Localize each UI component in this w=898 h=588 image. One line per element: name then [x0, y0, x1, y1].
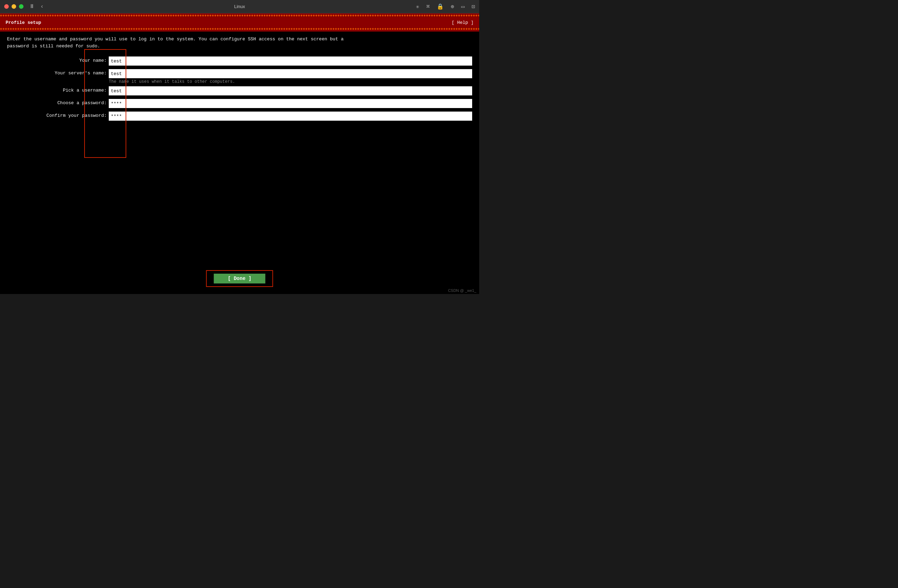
wifi-icon[interactable]: ⌘ [426, 3, 430, 10]
label-name: Your name: [7, 57, 109, 63]
titlebar-controls: ⏸ ‹ [29, 3, 44, 10]
input-username[interactable] [109, 86, 472, 95]
form-row-username: Pick a username: [7, 86, 472, 97]
minimize-button[interactable] [12, 4, 16, 9]
terminal: ◆◆◆◆◆◆◆◆◆◆◆◆◆◆◆◆◆◆◆◆◆◆◆◆◆◆◆◆◆◆◆◆◆◆◆◆◆◆◆◆… [0, 13, 479, 294]
profile-form: Your name: Your server's name: The name … [7, 57, 472, 124]
diamond-pattern-bottom: ◆◆◆◆◆◆◆◆◆◆◆◆◆◆◆◆◆◆◆◆◆◆◆◆◆◆◆◆◆◆◆◆◆◆◆◆◆◆◆◆… [0, 27, 479, 32]
watermark: CSDN @ _we1_ [448, 288, 477, 292]
input-password[interactable] [109, 99, 472, 108]
label-password: Choose a password: [7, 99, 109, 106]
input-wrapper-name [109, 57, 472, 66]
label-username: Pick a username: [7, 86, 109, 93]
input-confirm-password[interactable] [109, 112, 472, 121]
input-wrapper-username [109, 86, 472, 95]
form-row-server: Your server's name: The name it uses whe… [7, 69, 472, 84]
brightness-icon[interactable]: ✳ [416, 3, 420, 10]
vpn-icon[interactable]: ⊕ [451, 3, 454, 10]
done-button-area: [ Done ] [206, 270, 273, 287]
form-row-password: Choose a password: [7, 99, 472, 109]
fullscreen-icon[interactable]: ⊡ [472, 3, 475, 10]
titlebar: ⏸ ‹ Linux ✳ ⌘ 🔒 ⊕ ▭ ⊡ [0, 0, 479, 13]
profile-setup-title: Profile setup [6, 20, 41, 25]
label-server: Your server's name: [7, 69, 109, 76]
maximize-button[interactable] [19, 4, 23, 9]
traffic-lights [4, 4, 23, 9]
server-hint: The name it uses when it talks to other … [109, 79, 472, 84]
input-server[interactable] [109, 69, 472, 78]
label-confirm-password: Confirm your password: [7, 112, 109, 118]
intro-text: Enter the username and password you will… [7, 36, 472, 49]
help-label[interactable]: [ Help ] [452, 20, 474, 25]
airplay-icon[interactable]: ▭ [461, 3, 465, 10]
header-bar: Profile setup [ Help ] [0, 18, 479, 27]
terminal-content: Enter the username and password you will… [0, 32, 479, 294]
back-icon[interactable]: ‹ [40, 3, 44, 10]
done-button[interactable]: [ Done ] [214, 274, 265, 283]
main-content-area: Enter the username and password you will… [0, 32, 479, 128]
pause-icon[interactable]: ⏸ [29, 3, 35, 10]
window-title: Linux [234, 4, 245, 9]
input-name[interactable] [109, 57, 472, 66]
input-wrapper-confirm-password [109, 112, 472, 121]
input-wrapper-password [109, 99, 472, 108]
bottom-diamond-border: ◆◆◆◆◆◆◆◆◆◆◆◆◆◆◆◆◆◆◆◆◆◆◆◆◆◆◆◆◆◆◆◆◆◆◆◆◆◆◆◆… [0, 27, 479, 32]
titlebar-right-icons: ✳ ⌘ 🔒 ⊕ ▭ ⊡ [416, 3, 475, 10]
lock-icon[interactable]: 🔒 [437, 3, 444, 10]
close-button[interactable] [4, 4, 9, 9]
done-button-wrapper: [ Done ] [206, 270, 273, 287]
diamond-pattern-top: ◆◆◆◆◆◆◆◆◆◆◆◆◆◆◆◆◆◆◆◆◆◆◆◆◆◆◆◆◆◆◆◆◆◆◆◆◆◆◆◆… [0, 13, 479, 18]
form-row-name: Your name: [7, 57, 472, 67]
form-row-confirm-password: Confirm your password: [7, 112, 472, 122]
top-diamond-border: ◆◆◆◆◆◆◆◆◆◆◆◆◆◆◆◆◆◆◆◆◆◆◆◆◆◆◆◆◆◆◆◆◆◆◆◆◆◆◆◆… [0, 13, 479, 18]
input-wrapper-server: The name it uses when it talks to other … [109, 69, 472, 84]
